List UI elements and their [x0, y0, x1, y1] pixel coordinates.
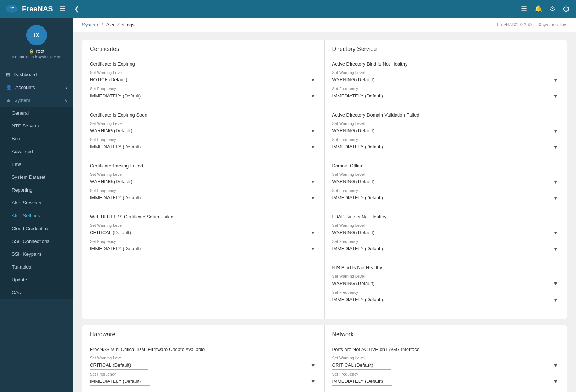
ldap-bind-warning-select[interactable]: WARNING (Default) NOTICE (Default) CRITI…: [332, 228, 391, 237]
sidebar-item-reporting[interactable]: Reporting: [0, 184, 73, 196]
frequency-label: Set Frequency: [332, 86, 560, 91]
alert-name-lagg-ports: Ports are Not ACTIVE on LAGG Interface: [332, 347, 560, 352]
alert-name-nis-bind: NIS Bind Is Not Healthy: [332, 265, 560, 270]
alert-services-label: Alert Services: [12, 200, 41, 206]
network-section: Network Ports are Not ACTIVE on LAGG Int…: [325, 325, 567, 392]
alert-item-domain-offline: Domain Offline Set Warning Level WARNING…: [332, 163, 560, 207]
select-arrow-icon: ▼: [311, 230, 316, 236]
email-label: Email: [12, 162, 24, 167]
frequency-label: Set Frequency: [332, 372, 560, 376]
nis-bind-warning-select[interactable]: WARNING (Default) NOTICE (Default) CRITI…: [332, 279, 391, 288]
sidebar-navigation: ⊞ Dashboard 👤 Accounts › 🖥 System ∧ Gene…: [0, 65, 73, 302]
select-arrow-icon: ▼: [553, 93, 558, 99]
boot-label: Boot: [12, 136, 22, 141]
tasks-button[interactable]: ☰: [519, 3, 529, 15]
sidebar-item-alert-services[interactable]: Alert Services: [0, 196, 73, 209]
alert-name-ad-bind: Active Directory Bind Is Not Healthy: [332, 61, 560, 67]
sidebar-item-update[interactable]: Update: [0, 273, 73, 286]
sidebar-item-system[interactable]: 🖥 System ∧: [0, 94, 73, 107]
sidebar-item-alert-settings[interactable]: Alert Settings: [0, 209, 73, 222]
sidebar-item-general[interactable]: General: [0, 107, 73, 119]
accounts-label: Accounts: [15, 85, 35, 90]
ad-bind-warning-select[interactable]: WARNING (Default) NOTICE (Default) CRITI…: [332, 75, 391, 84]
warning-level-label: Set Warning Level: [332, 356, 560, 360]
ad-bind-frequency-select[interactable]: IMMEDIATELY (Default) HOURLY: [332, 92, 392, 100]
logo-icon: [4, 3, 19, 15]
ad-domain-warning-select[interactable]: WARNING (Default) NOTICE (Default) CRITI…: [332, 126, 391, 135]
lagg-ports-frequency-select[interactable]: IMMEDIATELY (Default) HOURLY: [332, 377, 392, 386]
sidebar-item-system-dataset[interactable]: System Dataset: [0, 171, 73, 184]
warning-level-label: Set Warning Level: [332, 172, 560, 177]
certificates-section: Certificates Certificate Is Expiring Set…: [82, 40, 325, 319]
directory-service-section: Directory Service Active Directory Bind …: [325, 40, 567, 319]
alert-item-https-cert-failed: Web UI HTTPS Certificate Setup Failed Se…: [90, 214, 317, 258]
select-arrow-icon: ▼: [553, 195, 558, 201]
ldap-bind-frequency-select[interactable]: IMMEDIATELY (Default) HOURLY: [332, 244, 392, 253]
cert-expiring-soon-frequency-select[interactable]: IMMEDIATELY (Default) HOURLY: [90, 143, 150, 151]
notifications-button[interactable]: 🔔: [532, 3, 544, 15]
sidebar-item-tunables[interactable]: Tunables: [0, 260, 73, 273]
ipmi-warning-select[interactable]: CRITICAL (Default) WARNING (Default) NOT…: [90, 361, 148, 370]
frequency-label: Set Frequency: [332, 188, 560, 193]
select-arrow-icon: ▼: [553, 297, 558, 303]
hardware-section: Hardware FreeNAS Mini Critical IPMI Firm…: [82, 325, 325, 392]
accounts-icon: 👤: [6, 85, 12, 90]
sidebar-item-cloud-credentials[interactable]: Cloud Credentials: [0, 222, 73, 235]
sidebar-item-email[interactable]: Email: [0, 158, 73, 171]
alert-item-cert-expiring: Certificate Is Expiring Set Warning Leve…: [90, 61, 317, 105]
cert-parsing-frequency-select[interactable]: IMMEDIATELY (Default) HOURLY: [90, 193, 150, 202]
sidebar-item-ntp-servers[interactable]: NTP Servers: [0, 119, 73, 132]
ix-logo: iX: [26, 25, 47, 45]
sidebar-item-ssh-keypairs[interactable]: SSH Keypairs: [0, 248, 73, 260]
sidebar-item-accounts[interactable]: 👤 Accounts ›: [0, 81, 73, 94]
dashboard-icon: ⊞: [6, 72, 10, 77]
nav-right: ☰ 🔔 ⚙ ⏻: [519, 3, 572, 15]
https-cert-warning-select[interactable]: CRITICAL (Default) WARNING (Default) NOT…: [90, 228, 148, 237]
cert-expiring-frequency-select[interactable]: IMMEDIATELY (Default) HOURLY DAILY: [90, 92, 150, 100]
menu-toggle-button[interactable]: ☰: [57, 3, 67, 15]
update-label: Update: [12, 277, 27, 282]
frequency-label: Set Frequency: [90, 188, 317, 193]
https-cert-frequency-select[interactable]: IMMEDIATELY (Default) HOURLY: [90, 244, 150, 253]
select-arrow-icon: ▼: [553, 281, 558, 286]
lock-icon: 🔒: [29, 49, 34, 53]
nis-bind-frequency-select[interactable]: IMMEDIATELY (Default) HOURLY: [332, 295, 392, 304]
sidebar-item-advanced[interactable]: Advanced: [0, 145, 73, 158]
system-icon: 🖥: [6, 97, 11, 103]
sidebar-item-ssh-connections[interactable]: SSH Connections: [0, 235, 73, 248]
sidebar-item-boot[interactable]: Boot: [0, 132, 73, 145]
frequency-label: Set Frequency: [90, 137, 317, 142]
tunables-label: Tunables: [12, 264, 31, 270]
alert-item-cert-parsing-failed: Certificate Parsing Failed Set Warning L…: [90, 163, 317, 207]
select-arrow-icon: ▼: [553, 77, 558, 83]
alert-name-https-cert: Web UI HTTPS Certificate Setup Failed: [90, 214, 317, 219]
select-arrow-icon: ▼: [311, 144, 316, 150]
alert-name-cert-expiring-soon: Certificate Is Expiring Soon: [90, 112, 317, 118]
top-navbar: FreeNAS ☰ ❮ ☰ 🔔 ⚙ ⏻: [0, 0, 576, 18]
domain-offline-frequency-select[interactable]: IMMEDIATELY (Default) HOURLY: [332, 193, 392, 202]
lagg-ports-warning-select[interactable]: CRITICAL (Default) WARNING (Default) NOT…: [332, 361, 391, 370]
warning-level-label: Set Warning Level: [90, 172, 317, 177]
ipmi-frequency-select[interactable]: IMMEDIATELY (Default) HOURLY: [90, 377, 150, 386]
select-arrow-icon: ▼: [311, 195, 316, 201]
domain-offline-warning-select[interactable]: WARNING (Default) NOTICE (Default) CRITI…: [332, 177, 391, 186]
warning-level-row: Set Warning Level WARNING (Default) NOTI…: [90, 121, 317, 135]
frequency-select-wrapper: IMMEDIATELY (Default) HOURLY DAILY ▼: [90, 92, 317, 100]
cert-expiring-warning-select[interactable]: NOTICE (Default) WARNING (Default) CRITI…: [90, 75, 148, 84]
dashboard-label: Dashboard: [14, 72, 37, 77]
select-arrow-icon: ▼: [553, 144, 558, 150]
avatar: iX: [26, 25, 47, 45]
cert-parsing-warning-select[interactable]: WARNING (Default) NOTICE (Default) CRITI…: [90, 177, 148, 186]
settings-button[interactable]: ⚙: [547, 3, 558, 15]
cert-expiring-soon-warning-select[interactable]: WARNING (Default) NOTICE (Default) CRITI…: [90, 126, 148, 135]
frequency-row: Set Frequency IMMEDIATELY (Default) HOUR…: [90, 86, 317, 100]
power-button[interactable]: ⏻: [561, 3, 572, 15]
ad-domain-frequency-select[interactable]: IMMEDIATELY (Default) HOURLY: [332, 143, 392, 151]
chevron-right-icon: ›: [66, 85, 67, 90]
sidebar-item-cas[interactable]: CAs: [0, 286, 73, 299]
back-button[interactable]: ❮: [72, 3, 82, 15]
nav-left: FreeNAS ☰ ❮: [4, 3, 82, 15]
warning-level-row: Set Warning Level NOTICE (Default) WARNI…: [90, 70, 317, 84]
breadcrumb-system-link[interactable]: System: [82, 22, 98, 27]
sidebar-item-dashboard[interactable]: ⊞ Dashboard: [0, 68, 73, 81]
